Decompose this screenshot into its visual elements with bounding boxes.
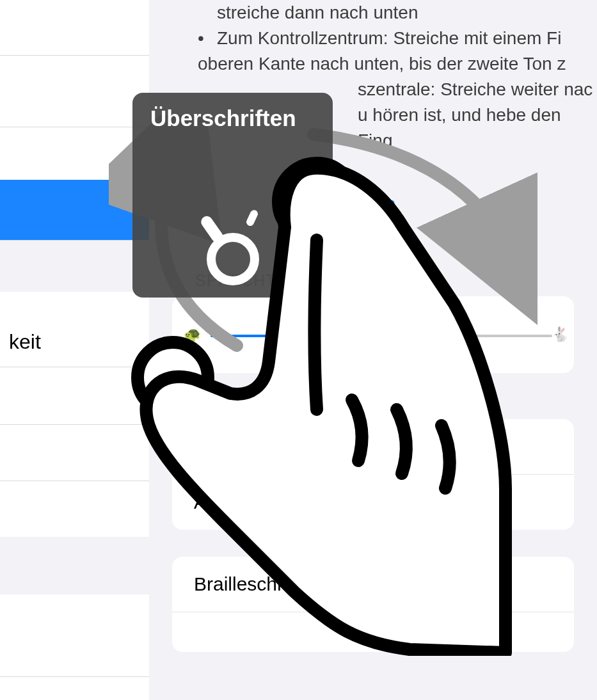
row-brailleschrift[interactable]: Brailleschrift <box>172 557 574 612</box>
sidebar-item-label: keit <box>9 330 41 354</box>
description-line: streiche dann nach unten <box>217 0 597 26</box>
rotor-dial-icon <box>175 189 291 304</box>
slider-fill <box>211 335 402 337</box>
description-bullet: • Zum Kontrollzentrum: Streiche mit eine… <box>198 26 597 51</box>
sidebar-item[interactable]: keit <box>0 292 149 367</box>
sidebar-item[interactable] <box>0 424 149 481</box>
settings-card: Brailleschrift <box>172 557 574 652</box>
row-sprachausgabe[interactable]: Sprac <box>172 419 574 475</box>
svg-point-0 <box>211 237 255 281</box>
tortoise-icon: 🐢 <box>184 326 201 343</box>
sidebar-gap <box>0 537 149 594</box>
slider-thumb[interactable] <box>385 318 418 351</box>
sidebar-gap <box>0 241 149 292</box>
sidebar-item[interactable] <box>0 127 149 180</box>
hare-icon: 🐇 <box>552 326 569 343</box>
more-info-link[interactable]: ungen <box>310 182 597 227</box>
description-line: u hören ist, und hebe den Fing <box>358 102 597 154</box>
svg-rect-1 <box>198 214 225 244</box>
row-ausfuehrlichkeit[interactable]: Ausführlichk <box>172 475 574 530</box>
sidebar-item[interactable] <box>0 594 149 677</box>
sidebar: keit <box>0 0 149 700</box>
sidebar-item-selected[interactable] <box>0 180 149 241</box>
rotor-title: Überschriften <box>132 93 333 136</box>
description-line: szentrale: Streiche weiter nac <box>358 77 597 102</box>
row-next[interactable] <box>172 612 574 652</box>
settings-screen: keit streiche dann nach unten • Zum Kont… <box>0 0 597 700</box>
rotor-tooltip: Überschriften <box>132 93 333 298</box>
settings-card: Sprac Ausführlichk <box>172 419 574 530</box>
sidebar-item[interactable] <box>0 676 149 700</box>
svg-rect-2 <box>245 209 259 227</box>
sidebar-item[interactable] <box>0 0 149 56</box>
sidebar-item[interactable] <box>0 55 149 127</box>
speaking-rate-slider-card: 🐢 🐇 <box>172 296 574 373</box>
sidebar-item[interactable] <box>0 367 149 425</box>
description-line: oberen Kante nach unten, bis der zweite … <box>198 51 597 77</box>
sidebar-item[interactable] <box>0 481 149 537</box>
